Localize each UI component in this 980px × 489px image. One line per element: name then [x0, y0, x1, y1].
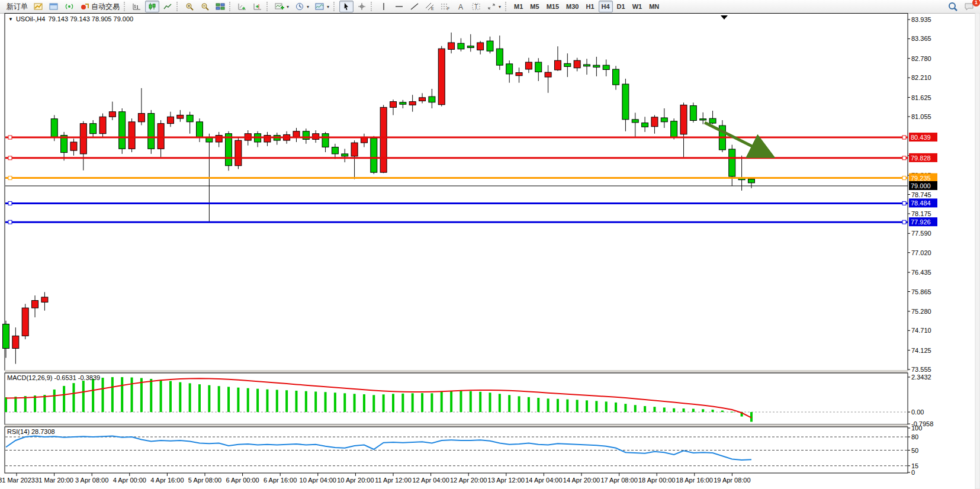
search-button[interactable] [945, 1, 960, 12]
macd-histogram-bar [111, 377, 114, 412]
macd-histogram-bar [218, 386, 220, 412]
line-handle[interactable] [902, 220, 906, 224]
macd-histogram-bar [372, 395, 375, 412]
candlestick-chart-button[interactable] [145, 1, 159, 12]
zoom-in-button[interactable] [182, 1, 197, 12]
price-tick-label: 75.280 [911, 308, 931, 315]
macd-histogram-bar [5, 397, 7, 412]
signals-button[interactable] [62, 1, 76, 12]
cursor-button[interactable] [339, 1, 354, 12]
timeframe-h1[interactable]: H1 [583, 1, 597, 12]
window-splitter[interactable] [5, 424, 908, 427]
macd-histogram-bar [441, 392, 443, 412]
chart-ohlc-values: 79.143 79.143 78.905 79.000 [48, 15, 133, 22]
macd-histogram-bar [227, 387, 230, 412]
clock-icon [295, 2, 304, 11]
bar-chart-button[interactable] [130, 1, 144, 12]
auto-trading-button[interactable]: 自动交易 [78, 1, 122, 12]
text-button[interactable]: A [454, 1, 468, 12]
line-handle[interactable] [902, 201, 906, 205]
timeframe-m15[interactable]: M15 [544, 1, 562, 12]
equidistant-channel-button[interactable]: E [423, 1, 437, 12]
macd-histogram-bar [557, 399, 559, 412]
macd-histogram-bar [392, 394, 394, 412]
time-tick-label: 18 Apr 16:00 [676, 477, 713, 484]
macd-histogram-bar [595, 401, 597, 412]
cursor-icon [342, 2, 351, 11]
text-label-button[interactable]: T [469, 1, 483, 12]
macd-histogram-bar [683, 408, 685, 412]
zoom-out-button[interactable] [198, 1, 212, 12]
trendline-button[interactable] [407, 1, 422, 12]
line-handle[interactable] [8, 176, 12, 180]
chart-shift-button[interactable] [250, 1, 265, 12]
macd-histogram-bar [208, 385, 210, 412]
time-tick-label: 4 Apr 16:00 [150, 477, 184, 484]
right-window-edge [975, 13, 980, 489]
macd-histogram-bar [276, 390, 278, 412]
crosshair-icon [357, 2, 367, 11]
new-chart-button[interactable] [31, 1, 46, 12]
price-tick-label: 76.435 [911, 269, 931, 276]
timeframe-d1[interactable]: D1 [614, 1, 628, 12]
time-tick-label: 6 Apr 16:00 [264, 477, 297, 484]
crosshair-button[interactable] [355, 1, 369, 12]
candlestick [371, 136, 377, 174]
horizontal-line-button[interactable] [392, 1, 406, 12]
macd-histogram-bar [24, 396, 27, 412]
macd-histogram-bar [43, 395, 46, 412]
line-handle[interactable] [902, 136, 906, 139]
chart-menu-arrow-icon[interactable]: ▼ [8, 17, 13, 22]
line-handle[interactable] [8, 201, 12, 205]
toolbar: 新订单自动交易▾▾▾EFAT▾M1M5M15M30H1H4D1W1MN1 [0, 0, 980, 14]
autotrade-icon [80, 2, 89, 11]
toolbar-group-separator [229, 2, 233, 11]
macd-histogram-bar [421, 393, 423, 412]
vertical-line-button[interactable] [377, 1, 391, 12]
macd-histogram-bar [121, 377, 123, 412]
timeframe-m1[interactable]: M1 [511, 1, 526, 12]
macd-histogram-bar [692, 408, 695, 412]
indicators-button[interactable]: ▾ [272, 1, 291, 12]
macd-histogram-bar [343, 393, 346, 412]
templates-button[interactable]: ▾ [313, 1, 332, 12]
periods-button[interactable]: ▾ [293, 1, 311, 12]
arrows-button[interactable]: ▾ [484, 1, 503, 12]
auto-scroll-button[interactable] [235, 1, 249, 12]
macd-histogram-bar [324, 392, 327, 412]
tile-windows-button[interactable] [213, 1, 227, 12]
notifications-button[interactable]: 1 [962, 1, 977, 12]
window-splitter[interactable] [5, 370, 908, 373]
time-tick-label: 12 Apr 20:00 [450, 477, 487, 484]
price-tick-label: 81.625 [911, 94, 931, 101]
rsi-indicator-label: RSI(14) 28.7308 [7, 428, 55, 435]
price-tick-label: 82.210 [911, 74, 931, 81]
line-handle[interactable] [8, 220, 12, 224]
timeframe-w1[interactable]: W1 [629, 1, 645, 12]
line-handle[interactable] [8, 136, 12, 139]
timeframe-m30[interactable]: M30 [563, 1, 581, 12]
macd-histogram-bar [160, 380, 162, 412]
line-handle[interactable] [8, 156, 12, 160]
shapes-icon [487, 2, 496, 11]
macd-histogram-bar [169, 381, 172, 412]
zoomout-icon [200, 2, 210, 11]
profiles-button[interactable] [47, 1, 61, 12]
line-handle[interactable] [902, 176, 906, 180]
fibonacci-button[interactable]: F [438, 1, 452, 12]
chart-title: ▼ USOil-,H4 79.143 79.143 78.905 79.000 [8, 15, 133, 22]
timeframe-m5[interactable]: M5 [527, 1, 542, 12]
dropdown-caret-icon[interactable]: ▾ [499, 4, 501, 9]
line-chart-button[interactable] [160, 1, 175, 12]
dropdown-caret-icon[interactable]: ▾ [327, 4, 329, 9]
dropdown-caret-icon[interactable]: ▾ [287, 4, 289, 9]
timeframe-h4[interactable]: H4 [599, 1, 613, 12]
price-line-label: 80.439 [911, 134, 931, 141]
line-handle[interactable] [902, 156, 906, 160]
new-order-button[interactable]: 新订单 [4, 1, 30, 12]
timeframe-mn[interactable]: MN [646, 1, 662, 12]
macd-histogram-bar [450, 391, 452, 412]
dropdown-caret-icon[interactable]: ▾ [307, 4, 309, 9]
svg-text:E: E [431, 7, 434, 11]
macd-histogram-bar [586, 400, 588, 412]
